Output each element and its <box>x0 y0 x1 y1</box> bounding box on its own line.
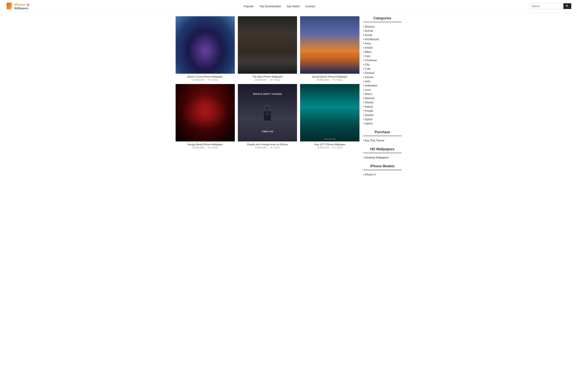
views-info: · <box>330 146 331 149</box>
category-item[interactable]: Abstract <box>363 25 401 29</box>
quote-top-text: PEOPLE DON'T CHANGE <box>253 93 282 95</box>
categories-section: Categories AbstractAnimalAnimeArchitectu… <box>363 16 401 126</box>
eye-icon: 👁 <box>270 146 272 149</box>
category-item[interactable]: Nature <box>363 104 401 109</box>
wallpaper-thumbnail[interactable]: PEOPLE DON'T CHANGE TIMES DO <box>238 84 297 141</box>
svg-point-3 <box>9 9 10 10</box>
category-item[interactable]: Sports <box>363 121 401 126</box>
wallpaper-thumbnail[interactable] <box>176 84 235 141</box>
search-area: 🔍 <box>529 3 571 9</box>
search-icon: 🔍 <box>566 5 569 8</box>
category-item[interactable]: Games <box>363 75 401 79</box>
wallpaper-thumbnail[interactable] <box>238 16 297 74</box>
category-item[interactable]: Halloween <box>363 83 401 88</box>
category-item[interactable]: Love <box>363 88 401 92</box>
wallpaper-meta: 🖥 900x1600 · 👁 2 Views <box>317 79 343 81</box>
wallpaper-thumbnail[interactable] <box>176 16 235 74</box>
eye-icon: 👁 <box>332 79 335 81</box>
category-item[interactable]: Anime <box>363 33 401 37</box>
search-input[interactable] <box>529 3 563 9</box>
category-item[interactable]: Cars <box>363 54 401 58</box>
header: iPhone 🌸 Wallpapers Popular Top Download… <box>0 0 577 12</box>
search-button[interactable]: 🔍 <box>563 3 571 9</box>
monitor-icon: 🖥 <box>255 146 257 149</box>
views-info: · <box>206 79 206 81</box>
eye-icon: 👁 <box>208 79 210 81</box>
category-item[interactable]: Bikes <box>363 50 401 54</box>
resolution-info: 🖥 900x1600 <box>317 146 329 149</box>
resolution-value: 900x1600 <box>320 79 329 81</box>
logo[interactable]: iPhone 🌸 Wallpapers <box>6 2 30 10</box>
monitor-icon: 🖥 <box>192 79 194 81</box>
category-item[interactable]: Girls <box>363 79 401 83</box>
views-value: 2 Views <box>273 146 280 149</box>
sidebar: Categories AbstractAnimalAnimeArchitectu… <box>363 16 401 181</box>
views-count: 👁 2 Views <box>208 79 218 81</box>
category-item[interactable]: Artistic <box>363 46 401 50</box>
wallpaper-card[interactable]: Hungry Beast iPhone Wallpaper 🖥 900x1600… <box>176 84 235 149</box>
purchase-item[interactable]: Buy This Theme <box>363 138 401 143</box>
category-item[interactable]: Festival <box>363 71 401 75</box>
wallpaper-title: Sunset Beach iPhone Wallpaper <box>312 75 348 78</box>
wallpaper-title: The Alley iPhone Wallpaper <box>252 75 283 78</box>
hd-item[interactable]: Desktop Wallpapers <box>363 155 401 160</box>
resolution-info: 🖥 900x1600 <box>317 79 329 81</box>
nav-popular[interactable]: Popular <box>244 5 253 8</box>
nav-contact[interactable]: Contact <box>305 5 315 8</box>
category-item[interactable]: People <box>363 109 401 113</box>
nav-top-rated[interactable]: Top Rated <box>287 5 299 8</box>
views-info: · <box>268 79 269 81</box>
views-value: 2 Views <box>273 79 280 81</box>
resolution-info: 🖥 900x1600 <box>192 79 204 81</box>
quote-overlay: PEOPLE DON'T CHANGE TIMES DO <box>238 84 297 141</box>
wallpaper-card[interactable]: The Alley iPhone Wallpaper 🖥 900x1600 · … <box>238 16 297 81</box>
views-count: 👁 2 Views <box>332 146 342 149</box>
wallpaper-thumbnail[interactable] <box>300 16 359 74</box>
category-item[interactable]: Macro <box>363 92 401 96</box>
category-item[interactable]: Army <box>363 41 401 46</box>
views-info: · <box>206 146 206 149</box>
wallpaper-card[interactable]: Music is Cure iPhone Wallpaper 🖥 900x160… <box>176 16 235 81</box>
nav-top-downloaded[interactable]: Top Downloaded <box>259 5 281 8</box>
wallpaper-meta: 🖥 900x1600 · 👁 2 Views <box>255 146 280 149</box>
monitor-icon: 🖥 <box>255 79 257 81</box>
category-item[interactable]: Animal <box>363 29 401 33</box>
main-nav: Popular Top Downloaded Top Rated Contact <box>244 5 315 8</box>
wallpaper-meta: 🖥 900x1600 · 👁 2 Views <box>255 79 280 81</box>
monitor-icon: 🖥 <box>317 79 319 81</box>
category-item[interactable]: Minimal <box>363 96 401 100</box>
category-item[interactable]: Cute <box>363 66 401 71</box>
resolution-value: 900x1600 <box>257 79 267 81</box>
wallpaper-title: People dont change times do iPhone <box>247 143 288 146</box>
purchase-section: Purchase Buy This Theme <box>363 130 401 143</box>
category-item[interactable]: Architecture <box>363 37 401 41</box>
purchase-title: Purchase <box>363 130 401 136</box>
category-item[interactable]: Quotes <box>363 113 401 117</box>
wallpaper-card[interactable]: PEOPLE DON'T CHANGE TIMES DO People dont… <box>238 84 297 149</box>
phone-icon <box>6 2 13 10</box>
resolution-info: 🖥 900x1600 <box>192 146 204 149</box>
views-value: 2 Views <box>211 146 218 149</box>
category-list: AbstractAnimalAnimeArchitectureArmyArtis… <box>363 25 401 126</box>
wallpaper-meta: 🖥 900x1600 · 👁 2 Views <box>317 146 343 149</box>
views-count: 👁 2 Views <box>270 146 280 149</box>
main-content: Music is Cure iPhone Wallpaper 🖥 900x160… <box>176 16 360 181</box>
category-item[interactable]: Space <box>363 117 401 121</box>
page-content: Music is Cure iPhone Wallpaper 🖥 900x160… <box>174 12 403 185</box>
views-info: · <box>330 79 331 81</box>
wallpaper-card[interactable]: Sunset Beach iPhone Wallpaper 🖥 900x1600… <box>300 16 359 81</box>
svg-rect-2 <box>7 3 12 9</box>
category-item[interactable]: Movies <box>363 100 401 104</box>
wallpaper-grid: Music is Cure iPhone Wallpaper 🖥 900x160… <box>176 16 360 149</box>
resolution-value: 900x1600 <box>195 79 204 81</box>
iphone-model-item[interactable]: iPhone X <box>363 172 401 177</box>
eye-icon: 👁 <box>208 146 210 149</box>
resolution-value: 900x1600 <box>320 146 329 149</box>
category-item[interactable]: City <box>363 63 401 66</box>
views-value: 2 Views <box>335 146 342 149</box>
wallpaper-meta: 🖥 900x1600 · 👁 2 Views <box>192 79 218 81</box>
categories-title: Categories <box>363 16 401 22</box>
wallpaper-thumbnail[interactable]: AHHHHFS.COM <box>300 84 359 141</box>
category-item[interactable]: Christmas <box>363 58 401 63</box>
wallpaper-card[interactable]: AHHHHFS.COM Year 2077 iPhone Wallpaper 🖥… <box>300 84 359 149</box>
